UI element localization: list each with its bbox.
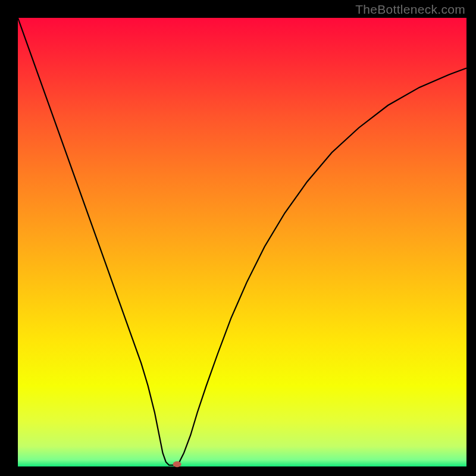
plot-background: [18, 18, 466, 466]
chart-frame: TheBottleneck.com: [0, 0, 476, 476]
bottleneck-curve-chart: [0, 0, 476, 476]
optimum-marker: [173, 461, 181, 467]
